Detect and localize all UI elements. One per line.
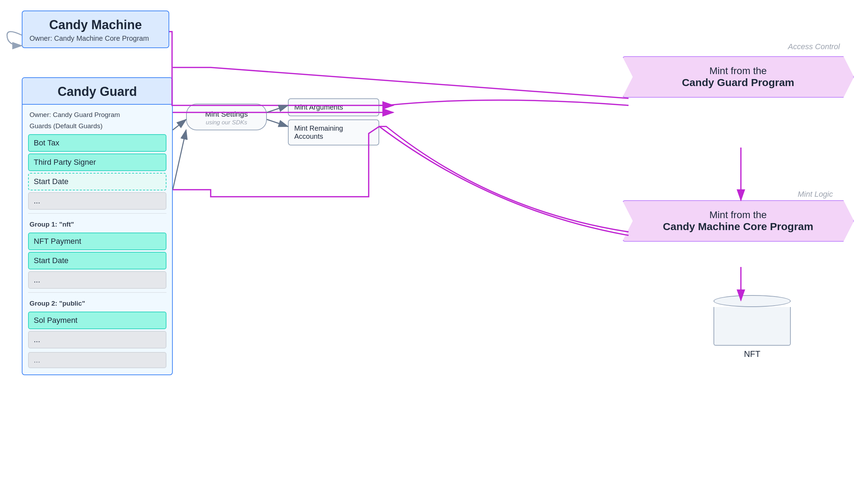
candy-guard-inner: Owner: Candy Guard Program Guards (Defau… [22, 105, 172, 348]
candy-machine-owner: Owner: Candy Machine Core Program [29, 34, 162, 43]
mint-candy-machine-line2: Candy Machine Core Program [644, 221, 832, 233]
candy-guard-title: Candy Guard [58, 84, 137, 99]
group1-label: Group 1: "nft" [28, 217, 166, 230]
group1-guards-section: NFT Payment Start Date ... [28, 233, 166, 289]
separator-1 [28, 213, 166, 214]
group2-guards-section: Sol Payment ... [28, 312, 166, 348]
mint-candy-guard-box: Mint from the Candy Guard Program [622, 56, 854, 98]
nft-label: NFT [714, 349, 791, 359]
guard-nft-payment: NFT Payment [28, 233, 166, 250]
candy-machine-title: Candy Machine [29, 18, 162, 32]
mint-remaining-label: Mint Remaining Accounts [294, 124, 343, 140]
mint-candy-guard-line2: Candy Guard Program [644, 77, 832, 89]
guard-dots-default: ... [28, 192, 166, 210]
mint-args-label: Mint Arguments [294, 103, 343, 111]
candy-guard-owner: Owner: Candy Guard Program [28, 108, 166, 120]
guard-start-date-default: Start Date [28, 173, 166, 190]
cylinder-body [714, 307, 791, 346]
mint-candy-guard-line1: Mint from the [644, 65, 832, 77]
candy-machine-box: Candy Machine Owner: Candy Machine Core … [22, 11, 169, 48]
mint-settings-subtitle: using our SDKs [194, 119, 259, 126]
guard-third-party-signer: Third Party Signer [28, 154, 166, 171]
access-control-label: Access Control [788, 42, 840, 51]
default-guards-section: Bot Tax Third Party Signer Start Date ..… [28, 134, 166, 210]
guard-dots-group2: ... [28, 331, 166, 348]
guard-sol-payment: Sol Payment [28, 312, 166, 329]
diagram-container: Candy Machine Owner: Candy Machine Core … [0, 0, 868, 489]
mint-remaining-box: Mint Remaining Accounts [288, 119, 379, 145]
mint-candy-machine-line1: Mint from the [644, 209, 832, 221]
separator-2 [28, 292, 166, 293]
mint-candy-machine-box: Mint from the Candy Machine Core Program [622, 200, 854, 242]
guard-start-date-group1: Start Date [28, 252, 166, 269]
bottom-dots: ... [28, 352, 166, 368]
mint-settings-title: Mint Settings [194, 110, 259, 118]
nft-cylinder: NFT [714, 295, 791, 359]
mint-args-box: Mint Arguments [288, 98, 379, 116]
group2-label: Group 2: "public" [28, 296, 166, 309]
guard-dots-group1: ... [28, 271, 166, 289]
guards-label: Guards (Default Guards) [28, 120, 166, 131]
mint-logic-label: Mint Logic [798, 190, 833, 199]
guard-bot-tax: Bot Tax [28, 134, 166, 152]
candy-guard-outer: Candy Guard Owner: Candy Guard Program G… [22, 77, 173, 375]
candy-guard-title-row: Candy Guard [22, 78, 172, 105]
cylinder-top [714, 295, 791, 307]
mint-settings-box: Mint Settings using our SDKs [186, 104, 267, 130]
